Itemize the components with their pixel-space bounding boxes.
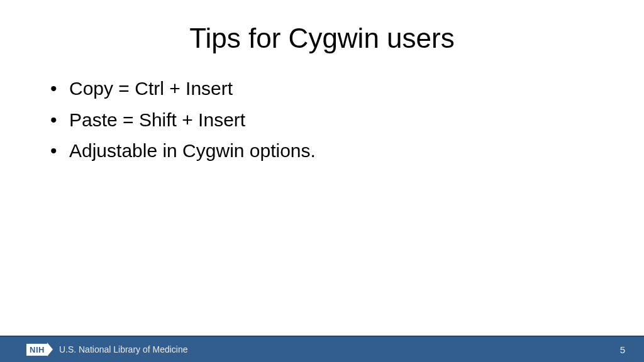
- chevron-right-icon: [47, 343, 53, 356]
- bullet-item: Copy = Ctrl + Insert: [50, 73, 644, 104]
- footer-bar: NIH U.S. National Library of Medicine 5: [0, 336, 644, 362]
- bullet-item: Adjustable in Cygwin options.: [50, 135, 644, 167]
- slide-title: Tips for Cygwin users: [0, 23, 644, 54]
- footer-org-name: U.S. National Library of Medicine: [59, 344, 188, 354]
- nih-logo: NIH: [26, 343, 53, 356]
- nih-logo-text: NIH: [26, 344, 48, 356]
- bullet-list: Copy = Ctrl + Insert Paste = Shift + Ins…: [0, 73, 644, 167]
- bullet-item: Paste = Shift + Insert: [50, 104, 644, 136]
- footer-left: NIH U.S. National Library of Medicine: [26, 343, 188, 356]
- slide-number: 5: [620, 344, 625, 355]
